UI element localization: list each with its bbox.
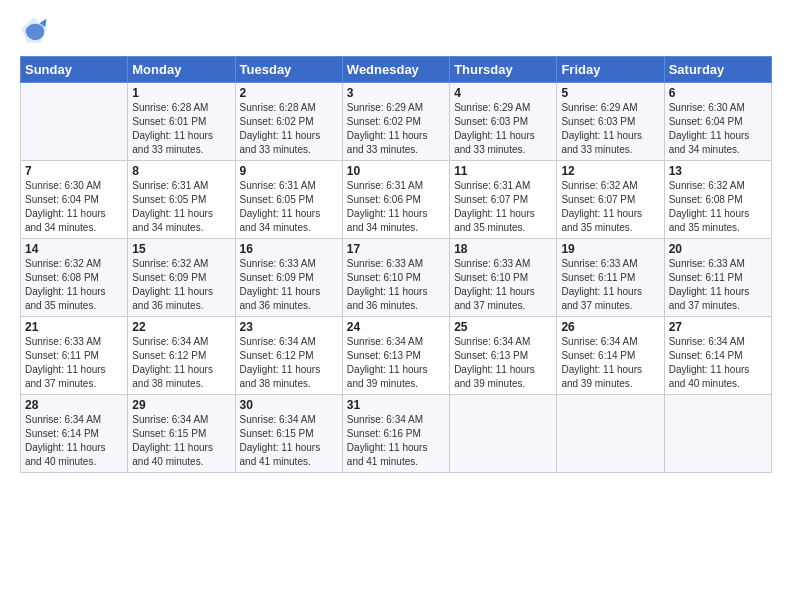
calendar-cell: 17Sunrise: 6:33 AM Sunset: 6:10 PM Dayli…: [342, 239, 449, 317]
day-number: 21: [25, 320, 123, 334]
day-number: 20: [669, 242, 767, 256]
calendar-cell: 4Sunrise: 6:29 AM Sunset: 6:03 PM Daylig…: [450, 83, 557, 161]
calendar-cell: 18Sunrise: 6:33 AM Sunset: 6:10 PM Dayli…: [450, 239, 557, 317]
calendar-cell: 2Sunrise: 6:28 AM Sunset: 6:02 PM Daylig…: [235, 83, 342, 161]
day-detail: Sunrise: 6:30 AM Sunset: 6:04 PM Dayligh…: [669, 101, 767, 157]
day-number: 27: [669, 320, 767, 334]
calendar-week-row: 1Sunrise: 6:28 AM Sunset: 6:01 PM Daylig…: [21, 83, 772, 161]
day-number: 9: [240, 164, 338, 178]
day-number: 1: [132, 86, 230, 100]
calendar-cell: 13Sunrise: 6:32 AM Sunset: 6:08 PM Dayli…: [664, 161, 771, 239]
col-header-thursday: Thursday: [450, 57, 557, 83]
day-number: 16: [240, 242, 338, 256]
day-number: 29: [132, 398, 230, 412]
calendar-cell: 27Sunrise: 6:34 AM Sunset: 6:14 PM Dayli…: [664, 317, 771, 395]
day-detail: Sunrise: 6:29 AM Sunset: 6:03 PM Dayligh…: [561, 101, 659, 157]
page-container: SundayMondayTuesdayWednesdayThursdayFrid…: [0, 0, 792, 483]
col-header-friday: Friday: [557, 57, 664, 83]
calendar-cell: 16Sunrise: 6:33 AM Sunset: 6:09 PM Dayli…: [235, 239, 342, 317]
day-number: 8: [132, 164, 230, 178]
calendar-cell: 25Sunrise: 6:34 AM Sunset: 6:13 PM Dayli…: [450, 317, 557, 395]
day-detail: Sunrise: 6:28 AM Sunset: 6:02 PM Dayligh…: [240, 101, 338, 157]
day-number: 13: [669, 164, 767, 178]
calendar-cell: 12Sunrise: 6:32 AM Sunset: 6:07 PM Dayli…: [557, 161, 664, 239]
calendar-cell: 22Sunrise: 6:34 AM Sunset: 6:12 PM Dayli…: [128, 317, 235, 395]
day-detail: Sunrise: 6:29 AM Sunset: 6:03 PM Dayligh…: [454, 101, 552, 157]
calendar-cell: 24Sunrise: 6:34 AM Sunset: 6:13 PM Dayli…: [342, 317, 449, 395]
day-detail: Sunrise: 6:32 AM Sunset: 6:07 PM Dayligh…: [561, 179, 659, 235]
day-detail: Sunrise: 6:32 AM Sunset: 6:09 PM Dayligh…: [132, 257, 230, 313]
day-number: 6: [669, 86, 767, 100]
day-number: 10: [347, 164, 445, 178]
calendar-cell: 29Sunrise: 6:34 AM Sunset: 6:15 PM Dayli…: [128, 395, 235, 473]
day-number: 2: [240, 86, 338, 100]
day-detail: Sunrise: 6:30 AM Sunset: 6:04 PM Dayligh…: [25, 179, 123, 235]
logo-icon: [20, 16, 48, 44]
calendar-cell: 15Sunrise: 6:32 AM Sunset: 6:09 PM Dayli…: [128, 239, 235, 317]
day-number: 24: [347, 320, 445, 334]
day-detail: Sunrise: 6:34 AM Sunset: 6:15 PM Dayligh…: [132, 413, 230, 469]
day-number: 7: [25, 164, 123, 178]
day-detail: Sunrise: 6:31 AM Sunset: 6:05 PM Dayligh…: [132, 179, 230, 235]
calendar-cell: 20Sunrise: 6:33 AM Sunset: 6:11 PM Dayli…: [664, 239, 771, 317]
calendar-cell: 7Sunrise: 6:30 AM Sunset: 6:04 PM Daylig…: [21, 161, 128, 239]
calendar-week-row: 14Sunrise: 6:32 AM Sunset: 6:08 PM Dayli…: [21, 239, 772, 317]
calendar-week-row: 21Sunrise: 6:33 AM Sunset: 6:11 PM Dayli…: [21, 317, 772, 395]
calendar-cell: [557, 395, 664, 473]
day-detail: Sunrise: 6:33 AM Sunset: 6:10 PM Dayligh…: [347, 257, 445, 313]
day-number: 5: [561, 86, 659, 100]
col-header-sunday: Sunday: [21, 57, 128, 83]
calendar-cell: 10Sunrise: 6:31 AM Sunset: 6:06 PM Dayli…: [342, 161, 449, 239]
day-number: 28: [25, 398, 123, 412]
calendar-cell: 26Sunrise: 6:34 AM Sunset: 6:14 PM Dayli…: [557, 317, 664, 395]
calendar-cell: 30Sunrise: 6:34 AM Sunset: 6:15 PM Dayli…: [235, 395, 342, 473]
day-detail: Sunrise: 6:33 AM Sunset: 6:11 PM Dayligh…: [25, 335, 123, 391]
day-detail: Sunrise: 6:34 AM Sunset: 6:13 PM Dayligh…: [347, 335, 445, 391]
day-detail: Sunrise: 6:31 AM Sunset: 6:06 PM Dayligh…: [347, 179, 445, 235]
day-detail: Sunrise: 6:31 AM Sunset: 6:07 PM Dayligh…: [454, 179, 552, 235]
calendar-cell: 1Sunrise: 6:28 AM Sunset: 6:01 PM Daylig…: [128, 83, 235, 161]
day-number: 11: [454, 164, 552, 178]
col-header-saturday: Saturday: [664, 57, 771, 83]
day-detail: Sunrise: 6:33 AM Sunset: 6:09 PM Dayligh…: [240, 257, 338, 313]
day-number: 22: [132, 320, 230, 334]
day-number: 3: [347, 86, 445, 100]
day-number: 4: [454, 86, 552, 100]
day-detail: Sunrise: 6:34 AM Sunset: 6:12 PM Dayligh…: [240, 335, 338, 391]
day-detail: Sunrise: 6:34 AM Sunset: 6:12 PM Dayligh…: [132, 335, 230, 391]
day-detail: Sunrise: 6:34 AM Sunset: 6:14 PM Dayligh…: [561, 335, 659, 391]
day-detail: Sunrise: 6:32 AM Sunset: 6:08 PM Dayligh…: [25, 257, 123, 313]
calendar-cell: 19Sunrise: 6:33 AM Sunset: 6:11 PM Dayli…: [557, 239, 664, 317]
day-detail: Sunrise: 6:34 AM Sunset: 6:14 PM Dayligh…: [25, 413, 123, 469]
calendar-cell: 31Sunrise: 6:34 AM Sunset: 6:16 PM Dayli…: [342, 395, 449, 473]
calendar-cell: 14Sunrise: 6:32 AM Sunset: 6:08 PM Dayli…: [21, 239, 128, 317]
calendar-cell: 28Sunrise: 6:34 AM Sunset: 6:14 PM Dayli…: [21, 395, 128, 473]
day-detail: Sunrise: 6:34 AM Sunset: 6:13 PM Dayligh…: [454, 335, 552, 391]
col-header-tuesday: Tuesday: [235, 57, 342, 83]
col-header-wednesday: Wednesday: [342, 57, 449, 83]
calendar-table: SundayMondayTuesdayWednesdayThursdayFrid…: [20, 56, 772, 473]
day-detail: Sunrise: 6:34 AM Sunset: 6:14 PM Dayligh…: [669, 335, 767, 391]
day-number: 15: [132, 242, 230, 256]
calendar-cell: 6Sunrise: 6:30 AM Sunset: 6:04 PM Daylig…: [664, 83, 771, 161]
day-number: 25: [454, 320, 552, 334]
calendar-cell: 9Sunrise: 6:31 AM Sunset: 6:05 PM Daylig…: [235, 161, 342, 239]
day-number: 12: [561, 164, 659, 178]
calendar-cell: 3Sunrise: 6:29 AM Sunset: 6:02 PM Daylig…: [342, 83, 449, 161]
day-number: 31: [347, 398, 445, 412]
day-number: 14: [25, 242, 123, 256]
calendar-cell: 23Sunrise: 6:34 AM Sunset: 6:12 PM Dayli…: [235, 317, 342, 395]
day-detail: Sunrise: 6:32 AM Sunset: 6:08 PM Dayligh…: [669, 179, 767, 235]
day-detail: Sunrise: 6:33 AM Sunset: 6:10 PM Dayligh…: [454, 257, 552, 313]
calendar-week-row: 28Sunrise: 6:34 AM Sunset: 6:14 PM Dayli…: [21, 395, 772, 473]
calendar-cell: 11Sunrise: 6:31 AM Sunset: 6:07 PM Dayli…: [450, 161, 557, 239]
calendar-week-row: 7Sunrise: 6:30 AM Sunset: 6:04 PM Daylig…: [21, 161, 772, 239]
day-detail: Sunrise: 6:33 AM Sunset: 6:11 PM Dayligh…: [561, 257, 659, 313]
day-number: 26: [561, 320, 659, 334]
day-number: 17: [347, 242, 445, 256]
calendar-cell: [664, 395, 771, 473]
calendar-cell: 21Sunrise: 6:33 AM Sunset: 6:11 PM Dayli…: [21, 317, 128, 395]
logo: [20, 16, 52, 44]
day-detail: Sunrise: 6:29 AM Sunset: 6:02 PM Dayligh…: [347, 101, 445, 157]
day-number: 23: [240, 320, 338, 334]
